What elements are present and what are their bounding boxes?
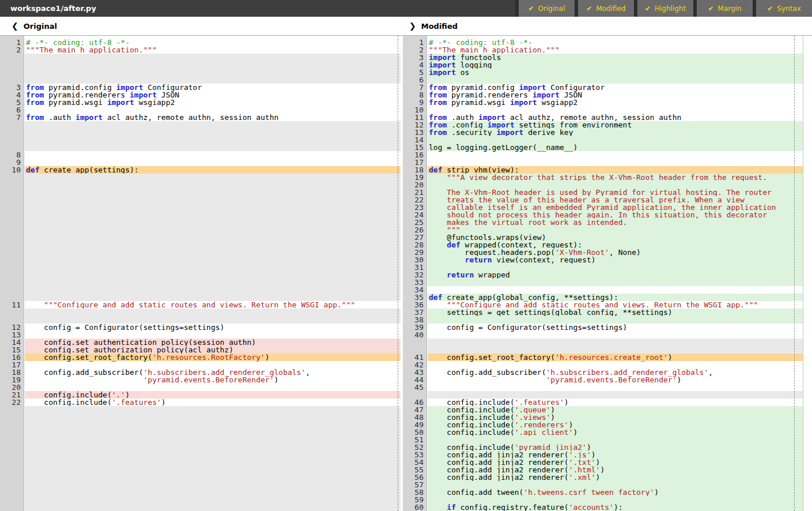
code-line: 16 (403, 151, 803, 159)
code-text (428, 339, 803, 346)
check-icon: ✔ (708, 5, 713, 13)
code-text: return view(context, request) (428, 256, 803, 264)
code-text (25, 309, 401, 316)
toolbar-button-highlight[interactable]: ✔Highlight (637, 0, 693, 17)
filler-row (0, 504, 401, 511)
code-text (25, 504, 401, 511)
code-text (25, 196, 401, 204)
code-line: 60 if config.registry.feature('accounts'… (403, 504, 803, 511)
code-line: 50 config.include('.api_client') (403, 429, 803, 436)
code-text (25, 451, 401, 459)
code-line: 30 return view(context, request) (403, 256, 803, 264)
code-line: 44 'pyramid.events.BeforeRender') (403, 376, 803, 384)
line-number (0, 144, 25, 151)
line-number: 6 (403, 76, 428, 84)
code-text (25, 481, 401, 489)
code-text (25, 436, 401, 444)
filler-row (0, 211, 401, 219)
code-line: 5from pyramid.wsgi import wsgiapp2 (0, 99, 401, 106)
toolbar-button-modified[interactable]: ✔Modified (578, 0, 634, 17)
code-text: makes the virtual root work as intended. (428, 219, 803, 226)
code-text: settings = get_settings(global_config, *… (428, 309, 803, 316)
filler-row (0, 309, 401, 316)
filler-row (0, 279, 401, 286)
code-text: config.include('.features') (25, 399, 401, 406)
diff-left-pane[interactable]: 1# -*- coding: utf-8 -*-2"""The main h a… (0, 36, 401, 511)
code-text (25, 489, 401, 496)
line-number: 10 (0, 166, 25, 174)
code-line: 2"""The main h application.""" (0, 46, 401, 54)
filler-row (0, 249, 401, 256)
code-text: config.add_jinja2_renderer('.xml') (428, 474, 803, 481)
line-number (0, 279, 25, 286)
code-text (428, 279, 803, 286)
code-line: 12 config = Configurator(settings=settin… (0, 324, 401, 331)
code-line: 10def create_app(settings): (0, 166, 401, 174)
line-number (403, 339, 428, 346)
toolbar-button-original[interactable]: ✔Original (519, 0, 575, 17)
scrollbar-track[interactable] (803, 36, 812, 511)
code-text: def create_app(settings): (25, 166, 401, 174)
right-code-area[interactable]: 1# -*- coding: utf-8 -*-2"""The main h a… (403, 36, 803, 511)
line-number (0, 489, 25, 496)
code-text (25, 189, 401, 196)
line-number (0, 219, 25, 226)
filler-row (0, 121, 401, 129)
line-number: 1 (0, 39, 25, 46)
code-line: 16 config.set_root_factory('h.resources.… (0, 354, 401, 361)
filler-row (0, 196, 401, 204)
code-text: from .auth import acl_authz, remote_auth… (25, 114, 401, 121)
filler-row (0, 271, 401, 279)
line-number (0, 504, 25, 511)
code-line: 15log = logging.getLogger(__name__) (403, 144, 803, 151)
code-text (25, 181, 401, 189)
check-icon: ✔ (586, 5, 592, 13)
code-text (25, 61, 401, 69)
code-text (25, 466, 401, 474)
chevron-right-icon: ❯ (409, 21, 416, 31)
filler-row (0, 406, 401, 414)
diff-view: 1# -*- coding: utf-8 -*-2"""The main h a… (0, 36, 812, 511)
code-text (25, 256, 401, 264)
code-text (25, 226, 401, 234)
pane-header-original: ❮ Original (0, 17, 403, 35)
code-line: 37 settings = get_settings(global_config… (403, 309, 803, 316)
filler-row (0, 174, 401, 181)
line-number: 7 (403, 84, 428, 91)
line-number (0, 76, 25, 84)
code-text: """Configure and add static routes and v… (25, 301, 401, 309)
file-title: workspace1/after.py (0, 0, 515, 17)
code-text: if config.registry.feature('accounts'): (428, 504, 803, 511)
code-text (428, 384, 803, 391)
toolbar-button-label: Margin (718, 5, 742, 13)
code-line: 25 makes the virtual root work as intend… (403, 219, 803, 226)
code-text: return wrapped (428, 271, 803, 279)
line-number (0, 481, 25, 489)
toolbar: ✔Original✔Modified✔Highlight✔Margin✔Synt… (515, 0, 812, 17)
code-line: 7from .auth import acl_authz, remote_aut… (0, 114, 401, 121)
code-text: config = Configurator(settings=settings) (25, 324, 401, 331)
toolbar-button-margin[interactable]: ✔Margin (697, 0, 753, 17)
code-text: 'pyramid.events.BeforeRender') (428, 376, 803, 384)
code-text (25, 286, 401, 294)
filler-row (0, 264, 401, 271)
pane-headers: ❮ Original ❯ Modified (0, 17, 812, 36)
code-text (25, 151, 401, 159)
line-number: 8 (403, 91, 428, 99)
pane-header-original-label: Original (24, 22, 57, 31)
filler-row (0, 466, 401, 474)
code-text: from pyramid.wsgi import wsgiapp2 (25, 99, 401, 106)
filler-row (0, 204, 401, 211)
code-text (25, 211, 401, 219)
code-text: config.set_root_factory('h.resources.Roo… (25, 354, 401, 361)
code-text (25, 406, 401, 414)
filler-row (0, 429, 401, 436)
diff-right-pane[interactable]: 1# -*- coding: utf-8 -*-2"""The main h a… (403, 36, 803, 511)
left-code-area[interactable]: 1# -*- coding: utf-8 -*-2"""The main h a… (0, 36, 401, 511)
code-text (428, 331, 803, 339)
code-line: 32 return wrapped (403, 271, 803, 279)
toolbar-button-syntax[interactable]: ✔Syntax (756, 0, 812, 17)
line-number: 5 (403, 69, 428, 76)
line-number (0, 309, 25, 316)
filler-row (0, 219, 401, 226)
